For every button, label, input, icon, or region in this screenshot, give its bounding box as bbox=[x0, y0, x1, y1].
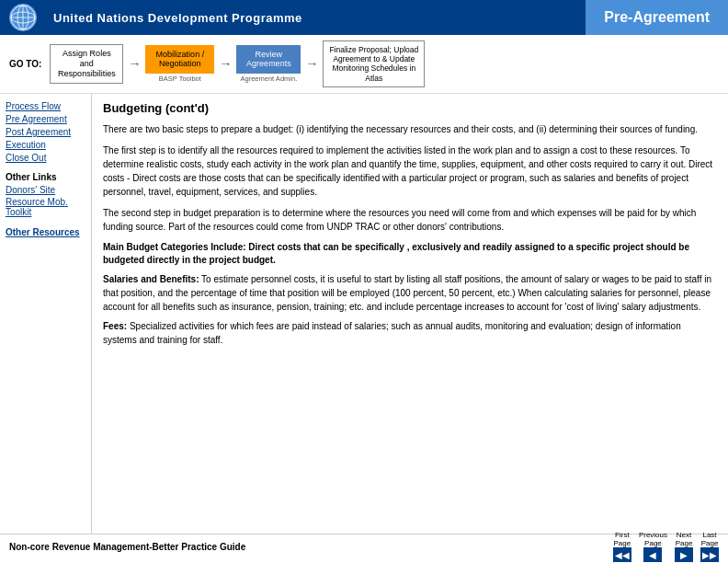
arrow-2: → bbox=[217, 56, 233, 71]
next-page-label2: Page bbox=[676, 539, 693, 547]
first-page-label2: Page bbox=[614, 539, 631, 547]
main-layout: Process Flow Pre Agreement Post Agreemen… bbox=[0, 94, 728, 534]
footer: Non-core Revenue Management-Better Pract… bbox=[0, 534, 728, 559]
next-page-label: Next bbox=[677, 531, 691, 539]
sidebar-item-process-flow[interactable]: Process Flow bbox=[6, 101, 85, 111]
flow-step-label-finalize: Finalize Proposal; UploadAgreement to & … bbox=[329, 45, 418, 83]
footer-label: Non-core Revenue Management-Better Pract… bbox=[9, 542, 245, 552]
flow-step-label-assign: Assign RolesandResponsibilities bbox=[58, 49, 116, 78]
fees-section: Fees: Specialized activities for which f… bbox=[103, 319, 717, 347]
goto-label: GO TO: bbox=[9, 59, 41, 69]
other-links-title: Other Links bbox=[6, 172, 85, 182]
fees-text: Specialized activities for which fees ar… bbox=[103, 321, 681, 345]
first-page-arrow[interactable]: ◀◀ bbox=[613, 547, 631, 562]
footer-nav: First Page ◀◀ Previous Page ◀ Next Page … bbox=[613, 531, 719, 562]
page-title: Pre-Agreement bbox=[586, 0, 728, 35]
prev-page-label: Previous bbox=[639, 531, 667, 539]
next-page-arrow[interactable]: ▶ bbox=[675, 547, 693, 562]
salaries-benefits-section: Salaries and Benefits: To estimate perso… bbox=[103, 272, 717, 314]
sidebar-nav: Process Flow Pre Agreement Post Agreemen… bbox=[6, 101, 85, 163]
sidebar-donors-site[interactable]: Donors' Site bbox=[6, 185, 85, 195]
flow-step-label-mob: Mobilization /Negotiation bbox=[156, 50, 205, 70]
main-budget-heading: Main Budget Categories Include: Direct c… bbox=[103, 241, 717, 267]
last-page-arrow[interactable]: ▶▶ bbox=[700, 547, 719, 562]
first-page-nav[interactable]: First Page ◀◀ bbox=[613, 531, 631, 562]
flow-step-sub-review: Agreement Admin. bbox=[241, 75, 298, 83]
prev-page-btn[interactable]: ◀ bbox=[643, 547, 662, 562]
flow-step-review[interactable]: ReviewAgreements Agreement Admin. bbox=[236, 45, 301, 84]
flow-step-sub-mob: BASP Toolbot bbox=[159, 75, 201, 83]
content-para-2: The first step is to identify all the re… bbox=[103, 144, 717, 199]
last-page-label2: Page bbox=[701, 539, 719, 547]
arrow-1: → bbox=[126, 56, 142, 71]
flow-step-assign-roles[interactable]: Assign RolesandResponsibilities bbox=[50, 44, 123, 83]
sidebar-other-resources[interactable]: Other Resources bbox=[6, 227, 80, 237]
last-page-btn[interactable]: ▶▶ bbox=[700, 547, 719, 562]
prev-page-label2: Page bbox=[644, 539, 662, 547]
sidebar-item-close-out[interactable]: Close Out bbox=[6, 153, 85, 163]
next-page-nav[interactable]: Next Page ▶ bbox=[675, 531, 693, 562]
prev-page-arrow[interactable]: ◀ bbox=[643, 547, 662, 562]
header: United Nations Development Programme Pre… bbox=[0, 0, 728, 35]
fees-heading: Fees: bbox=[103, 321, 127, 331]
main-content: Budgeting (cont'd) There are two basic s… bbox=[92, 94, 728, 534]
arrow-3: → bbox=[303, 56, 320, 71]
content-title: Budgeting (cont'd) bbox=[103, 101, 717, 115]
sidebar-item-post-agreement[interactable]: Post Agreement bbox=[6, 127, 85, 137]
last-page-nav[interactable]: Last Page ▶▶ bbox=[700, 531, 719, 562]
flow-step-mobilization[interactable]: Mobilization /Negotiation BASP Toolbot bbox=[145, 45, 214, 84]
next-page-btn[interactable]: ▶ bbox=[675, 547, 693, 562]
salaries-benefits-heading: Salaries and Benefits: bbox=[103, 274, 199, 284]
first-page-btn[interactable]: ◀◀ bbox=[613, 547, 631, 562]
content-para-3: The second step in budget preparation is… bbox=[103, 206, 717, 234]
header-logo bbox=[0, 0, 46, 35]
sidebar-item-execution[interactable]: Execution bbox=[6, 140, 85, 150]
flow-step-finalize[interactable]: Finalize Proposal; UploadAgreement to & … bbox=[323, 40, 425, 87]
un-logo bbox=[9, 4, 37, 31]
sidebar-item-pre-agreement[interactable]: Pre Agreement bbox=[6, 114, 85, 124]
prev-page-nav[interactable]: Previous Page ◀ bbox=[639, 531, 667, 562]
flow-bar: GO TO: Assign RolesandResponsibilities →… bbox=[0, 35, 728, 94]
sidebar: Process Flow Pre Agreement Post Agreemen… bbox=[0, 94, 92, 534]
sidebar-resource-mob[interactable]: Resource Mob.Toolkit bbox=[6, 197, 85, 217]
last-page-label: Last bbox=[702, 531, 716, 539]
flow-step-label-review: ReviewAgreements bbox=[246, 50, 291, 70]
org-name: United Nations Development Programme bbox=[46, 0, 586, 35]
content-para-1: There are two basic steps to prepare a b… bbox=[103, 122, 717, 136]
first-page-label: First bbox=[615, 531, 630, 539]
